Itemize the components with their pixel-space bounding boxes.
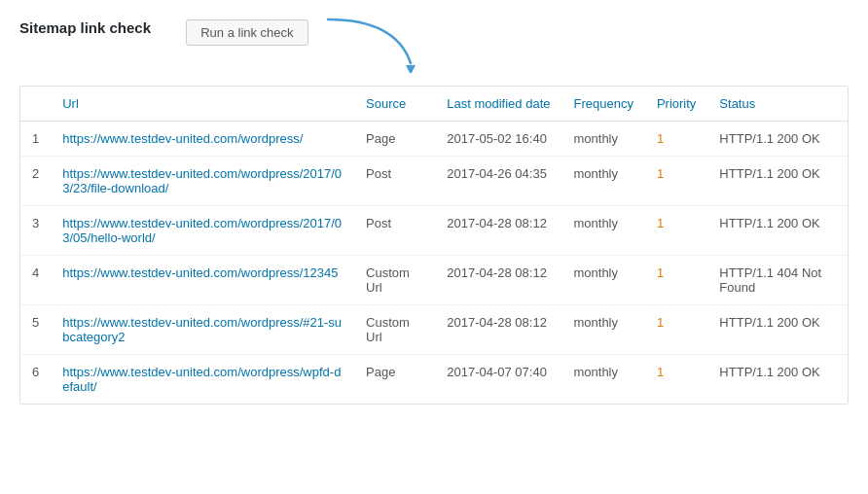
priority-value: 1 <box>657 365 664 379</box>
col-last-modified[interactable]: Last modified date <box>435 87 561 122</box>
cell-last-modified: 2017-04-07 07:40 <box>435 355 561 405</box>
run-link-check-button[interactable]: Run a link check <box>186 19 307 46</box>
cell-priority: 1 <box>645 122 707 157</box>
status-value: HTTP/1.1 200 OK <box>719 365 819 379</box>
url-link[interactable]: https://www.testdev-united.com/wordpress… <box>62 216 342 245</box>
col-num <box>20 87 51 122</box>
url-link[interactable]: https://www.testdev-united.com/wordpress… <box>62 265 338 280</box>
cell-last-modified: 2017-04-28 08:12 <box>435 206 561 256</box>
table-row: 2https://www.testdev-united.com/wordpres… <box>20 157 848 206</box>
table-row: 1https://www.testdev-united.com/wordpres… <box>20 122 848 157</box>
sitemap-table-container: Url Source Last modified date Frequency … <box>19 86 849 405</box>
status-value: HTTP/1.1 200 OK <box>719 166 819 181</box>
cell-priority: 1 <box>645 305 707 355</box>
arrow-decoration <box>318 15 445 76</box>
cell-num: 5 <box>20 305 51 355</box>
cell-num: 4 <box>20 256 51 305</box>
cell-status: HTTP/1.1 200 OK <box>707 355 848 405</box>
col-status[interactable]: Status <box>707 87 848 122</box>
cell-url[interactable]: https://www.testdev-united.com/wordpress… <box>51 206 354 256</box>
col-frequency[interactable]: Frequency <box>561 87 644 122</box>
status-value: HTTP/1.1 200 OK <box>719 315 819 330</box>
svg-marker-0 <box>406 65 416 73</box>
cell-frequency: monthly <box>561 122 644 157</box>
cell-frequency: monthly <box>561 305 644 355</box>
page-header: Sitemap link check Run a link check <box>19 19 849 86</box>
table-header-row: Url Source Last modified date Frequency … <box>20 87 848 122</box>
cell-url[interactable]: https://www.testdev-united.com/wordpress… <box>51 256 354 305</box>
cell-status: HTTP/1.1 200 OK <box>707 122 848 157</box>
cell-frequency: monthly <box>561 355 644 405</box>
priority-value: 1 <box>657 166 664 181</box>
cell-num: 6 <box>20 355 51 405</box>
table-row: 4https://www.testdev-united.com/wordpres… <box>20 256 848 305</box>
cell-frequency: monthly <box>561 157 644 206</box>
status-value: HTTP/1.1 200 OK <box>719 216 819 230</box>
priority-value: 1 <box>657 216 664 230</box>
cell-source: Post <box>354 206 435 256</box>
cell-priority: 1 <box>645 256 707 305</box>
cell-source: Page <box>354 355 435 405</box>
cell-source: Post <box>354 157 435 206</box>
table-row: 3https://www.testdev-united.com/wordpres… <box>20 206 848 256</box>
cell-url[interactable]: https://www.testdev-united.com/wordpress… <box>51 157 354 206</box>
priority-value: 1 <box>657 315 664 330</box>
cell-frequency: monthly <box>561 206 644 256</box>
cell-last-modified: 2017-04-28 08:12 <box>435 256 561 305</box>
cell-num: 2 <box>20 157 51 206</box>
cell-url[interactable]: https://www.testdev-united.com/wordpress… <box>51 305 354 355</box>
url-link[interactable]: https://www.testdev-united.com/wordpress… <box>62 131 303 146</box>
page-title: Sitemap link check <box>19 19 151 36</box>
cell-source: Custom Url <box>354 305 435 355</box>
url-link[interactable]: https://www.testdev-united.com/wordpress… <box>62 315 342 344</box>
table-row: 6https://www.testdev-united.com/wordpres… <box>20 355 848 405</box>
cell-status: HTTP/1.1 200 OK <box>707 157 848 206</box>
cell-status: HTTP/1.1 200 OK <box>707 305 848 355</box>
cell-source: Custom Url <box>354 256 435 305</box>
cell-status: HTTP/1.1 404 Not Found <box>707 256 848 305</box>
col-source[interactable]: Source <box>354 87 435 122</box>
cell-last-modified: 2017-05-02 16:40 <box>435 122 561 157</box>
cell-num: 1 <box>20 122 51 157</box>
cell-num: 3 <box>20 206 51 256</box>
cell-source: Page <box>354 122 435 157</box>
col-priority[interactable]: Priority <box>645 87 707 122</box>
status-value: HTTP/1.1 404 Not Found <box>719 265 821 295</box>
url-link[interactable]: https://www.testdev-united.com/wordpress… <box>62 365 341 394</box>
cell-last-modified: 2017-04-26 04:35 <box>435 157 561 206</box>
cell-frequency: monthly <box>561 256 644 305</box>
priority-value: 1 <box>657 265 664 280</box>
priority-value: 1 <box>657 131 664 146</box>
status-value: HTTP/1.1 200 OK <box>719 131 819 146</box>
cell-status: HTTP/1.1 200 OK <box>707 206 848 256</box>
cell-priority: 1 <box>645 355 707 405</box>
sitemap-table: Url Source Last modified date Frequency … <box>20 87 848 404</box>
table-row: 5https://www.testdev-united.com/wordpres… <box>20 305 848 355</box>
cell-last-modified: 2017-04-28 08:12 <box>435 305 561 355</box>
url-link[interactable]: https://www.testdev-united.com/wordpress… <box>62 166 342 195</box>
col-url[interactable]: Url <box>51 87 354 122</box>
cell-url[interactable]: https://www.testdev-united.com/wordpress… <box>51 355 354 405</box>
cell-priority: 1 <box>645 157 707 206</box>
cell-priority: 1 <box>645 206 707 256</box>
cell-url[interactable]: https://www.testdev-united.com/wordpress… <box>51 122 354 157</box>
